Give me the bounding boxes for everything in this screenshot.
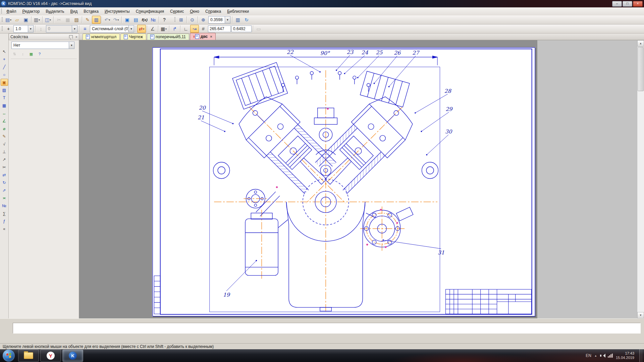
pin-icon[interactable] [69,35,73,39]
redo-button[interactable]: ↷▾ [112,16,120,24]
engine-cross-section-drawing[interactable]: 90° 19202122232425262728293031 [152,47,535,316]
undo-button[interactable]: ↶▾ [103,16,112,24]
fx-button[interactable]: f(x) [140,16,149,24]
close-tab-icon[interactable]: × [210,35,212,39]
scroll-down-arrow[interactable]: ▼ [637,312,644,318]
ortho-drawing-button[interactable]: ∟ [181,25,190,33]
coord-x-field[interactable]: 265.647 [208,25,231,32]
parametric-tool[interactable]: ƒ [1,218,8,225]
leader-tool[interactable]: ↗ [1,156,8,163]
menu-item-Спецификация[interactable]: Спецификация [133,8,167,15]
chevron-down-icon[interactable]: ▾ [109,18,110,21]
paste-button[interactable]: ▧ [72,16,81,24]
scrollbar-thumb[interactable] [638,47,644,91]
menu-item-Окно[interactable]: Окно [187,8,202,15]
chevron-down-icon[interactable]: ▾ [165,27,167,31]
menu-item-Выделить[interactable]: Выделить [43,8,67,15]
rounding-button[interactable]: ↝ [190,25,199,33]
network-icon[interactable] [608,354,613,358]
local-cs-button[interactable]: ↱ [170,25,179,33]
chevron-down-icon[interactable]: ▼ [128,25,134,32]
table-tool[interactable]: ▦ [1,102,8,109]
save-button[interactable]: ▣ [21,16,30,24]
numbering-button[interactable]: № [149,16,158,24]
panel-help-button[interactable]: ? [36,51,43,57]
text-tool[interactable]: Т [1,94,8,101]
hidden-icons-chevron[interactable]: ▲ [594,354,597,357]
volume-icon[interactable] [600,354,605,358]
close-panel-icon[interactable]: × [75,35,77,39]
cursor-step-icon[interactable]: + [4,25,13,33]
properties-filter-combo[interactable]: Нет ▼ [11,42,74,49]
dimension-tool[interactable]: ↔ [1,110,8,117]
drawing-sheet[interactable]: 90° 19202122232425262728293031 [152,47,535,316]
layers-icon[interactable]: ≡ [80,25,89,33]
drawing-area[interactable]: 90° 19202122232425262728293031 [79,40,637,318]
measure-tool[interactable]: ≍ [1,194,8,201]
circle-tool[interactable]: ○ [1,71,8,78]
menu-item-Файл[interactable]: Файл [3,8,19,15]
tab-нгмнпгшртшл[interactable]: нгмнпгшртшл [83,34,120,40]
copy-properties-button[interactable]: ✎ [83,16,92,24]
drawing-tools[interactable]: ▣ [1,79,8,86]
property-bar[interactable] [13,323,641,334]
scale-tool[interactable]: ⇗ [1,187,8,194]
properties-panel-button[interactable]: ▥ [92,16,101,24]
chevron-down-icon[interactable]: ▾ [10,18,11,21]
menu-item-Сервис[interactable]: Сервис [167,8,187,15]
menu-item-Инструменты[interactable]: Инструменты [102,8,133,15]
show-desktop-button[interactable] [639,349,643,362]
global-snaps-button[interactable]: ⇄▾ [137,25,146,33]
xy-coords-icon[interactable]: # [199,25,208,33]
move-tool[interactable]: ⇄ [1,171,8,178]
tab-поперечный5,11[interactable]: поперечный5,11 [147,34,189,40]
close-button[interactable]: × [633,1,643,7]
tab-Чертеж[interactable]: Чертеж [120,34,146,40]
tab-двс[interactable]: тдвс× [190,33,216,40]
menu-item-Библиотеки[interactable]: Библиотеки [224,8,252,15]
chevron-down-icon[interactable]: ▾ [117,18,119,21]
rotate-tool[interactable]: ↻ [1,179,8,186]
print-button[interactable]: ▥▾ [33,16,41,24]
angle-dimension-tool[interactable]: ∠ [1,117,8,124]
edit-tool[interactable]: ✂ [1,164,8,171]
coord-y-field[interactable]: 0.6492 [231,25,252,32]
zoom-selected-button[interactable]: ⊙ [188,16,197,24]
current-layer-combo[interactable]: Системный слой (0)▼ [90,25,134,33]
new-document-button[interactable]: ▤▾ [4,16,13,24]
show-all-button[interactable]: ▦ [28,51,35,57]
chevron-down-icon[interactable]: ▼ [69,42,74,49]
annotation-tool[interactable]: ✎ [1,133,8,140]
cursor-step-combo[interactable]: 1.0▼ [13,25,34,33]
menu-item-Вид[interactable]: Вид [67,8,81,15]
spec-tool[interactable]: № [1,202,8,209]
maximize-button[interactable]: □ [623,1,632,7]
report-tool[interactable]: ∑ [1,210,8,217]
context-help-button[interactable]: ? [160,16,169,24]
diameter-dimension-tool[interactable]: ⌀ [1,125,8,132]
taskbar-yandex-button[interactable]: Y [40,350,61,362]
select-tool[interactable]: ↖ [1,48,8,55]
chevron-down-icon[interactable]: ▾ [50,18,51,21]
chevron-down-icon[interactable]: ▼ [225,16,230,23]
clock[interactable]: 17:43 15.04.2019 [616,351,634,360]
grid-button[interactable]: ▦▾ [159,25,168,33]
open-button[interactable]: ▱ [13,16,21,24]
menu-item-Вставка[interactable]: Вставка [80,8,102,15]
zoom-in-button[interactable]: ⊕ [199,16,208,24]
menu-item-Редактор[interactable]: Редактор [19,8,43,15]
taskbar-explorer-button[interactable] [18,350,39,362]
collapse-strip-button[interactable]: « [1,225,8,232]
roughness-tool[interactable]: √ [1,140,8,147]
datum-tool[interactable]: ⊥ [1,148,8,155]
chevron-down-icon[interactable]: ▼ [28,25,33,32]
chevron-down-icon[interactable]: ▾ [143,27,144,31]
hatch-tool[interactable]: ▨ [1,86,8,94]
start-button[interactable] [3,350,15,362]
spec-window-button[interactable]: ▤ [131,16,140,24]
perpendicular-button[interactable]: ∠ [148,25,157,33]
menu-item-Справка[interactable]: Справка [202,8,224,15]
zoom-scale-combo[interactable]: 0.3598▼ [208,16,230,23]
chevron-down-icon[interactable]: ▾ [39,18,40,21]
refresh-view-button[interactable]: ↻ [242,16,251,24]
